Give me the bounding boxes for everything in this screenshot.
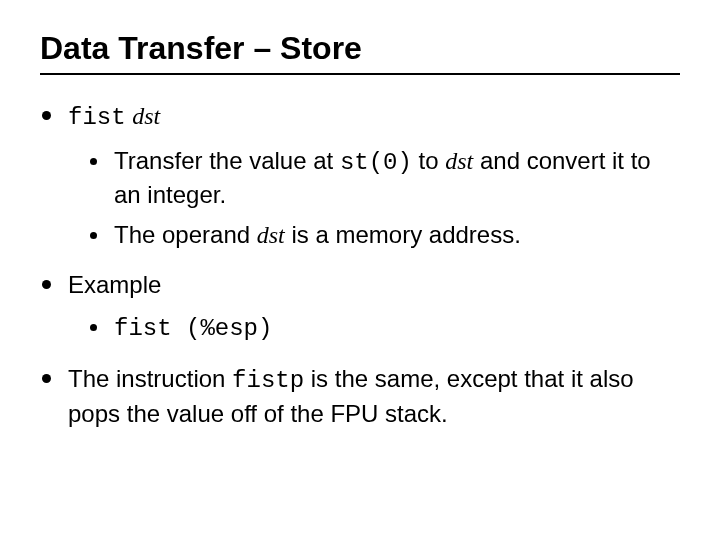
code-st0: st(0) [340,149,412,176]
bullet-example: Example fist (%esp) [40,268,680,346]
sub-bullet-example-code: fist (%esp) [88,311,680,345]
code-fistp: fistp [232,367,304,394]
example-label: Example [68,271,161,298]
arg-dst: dst [132,103,160,129]
sub-bullet-operand: The operand dst is a memory address. [88,219,680,251]
sub-bullet-transfer: Transfer the value at st(0) to dst and c… [88,145,680,212]
bullet-icon [42,374,51,383]
title-rule [40,73,680,75]
text: to [412,147,445,174]
code-fist: fist [68,104,126,131]
code-example: fist (%esp) [114,315,272,342]
text: is a memory address. [285,221,521,248]
bullet-icon [90,232,97,239]
bullet-list: fist dst Transfer the value at st(0) to … [40,99,680,431]
bullet-icon [42,111,51,120]
arg-dst: dst [257,222,285,248]
arg-dst: dst [445,148,473,174]
sub-list-2: fist (%esp) [88,311,680,345]
slide-title: Data Transfer – Store [40,30,680,67]
text: The operand [114,221,257,248]
text: Transfer the value at [114,147,340,174]
bullet-fist: fist dst Transfer the value at st(0) to … [40,99,680,252]
bullet-fistp: The instruction fistp is the same, excep… [40,362,680,431]
slide: Data Transfer – Store fist dst Transfer … [0,0,720,477]
bullet-icon [42,280,51,289]
bullet-icon [90,158,97,165]
sub-list-1: Transfer the value at st(0) to dst and c… [88,145,680,252]
bullet-icon [90,324,97,331]
text: The instruction [68,365,232,392]
